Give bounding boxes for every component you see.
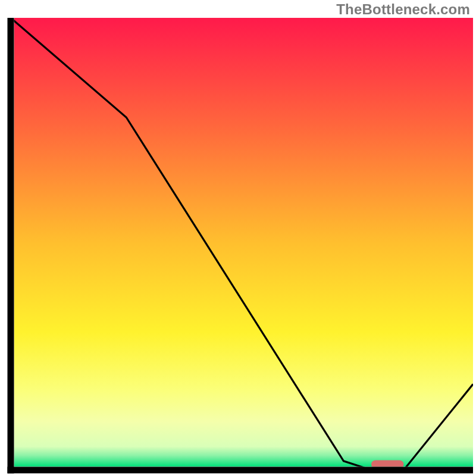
gradient-background <box>14 18 474 467</box>
chart-container: TheBottleneck.com <box>0 0 476 476</box>
plot-area <box>11 18 473 470</box>
chart-svg <box>0 0 476 476</box>
